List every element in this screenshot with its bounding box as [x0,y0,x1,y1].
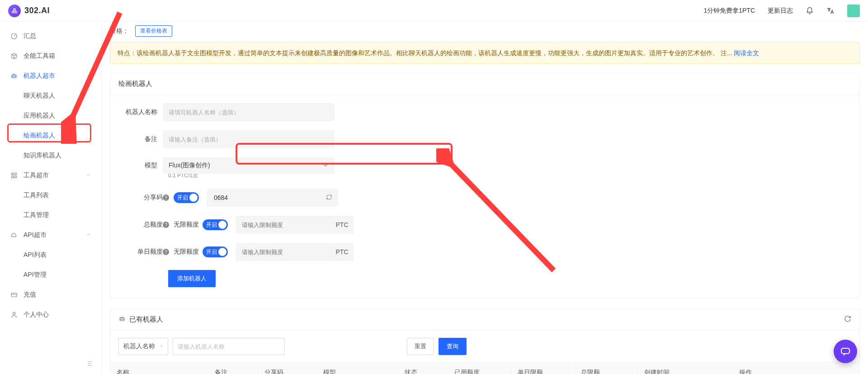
svg-point-12 [13,312,15,315]
unlimited-label: 无限额度 [174,221,199,229]
sidebar-item-label: 工具超市 [24,171,49,180]
cloud-icon [10,231,18,239]
col-share: 分享码 [258,363,317,374]
model-select-value: Flux(图像创作) [169,161,210,170]
sidebar-item-toolbox[interactable]: 全能工具箱 [0,46,101,66]
view-price-button[interactable]: 查看价格表 [135,25,172,37]
price-label: 价格： [110,27,129,35]
app-header: 302.AI 1分钟免费拿1PTC 更新日志 [0,0,868,22]
col-remark: 备注 [208,363,258,374]
total-unlimited-toggle[interactable]: 开启 [203,219,228,230]
unit-label: PTC [331,216,354,234]
gauge-icon [10,32,18,40]
sidebar-item-recharge[interactable]: 充值 [0,285,101,305]
share-code-display: 0684 [207,189,338,207]
translate-icon[interactable] [826,7,835,15]
col-status: 状态 [398,363,448,374]
add-robot-button[interactable]: 添加机器人 [168,270,216,287]
filter-input[interactable] [173,338,285,355]
panel-title: 已有机器人 [129,315,163,324]
sidebar-sub-kb-robot[interactable]: 知识库机器人 [0,146,101,166]
sidebar-item-label: 机器人超市 [24,72,55,80]
svg-point-14 [121,319,121,319]
table-header-row: 名称 备注 分享码 模型 状态 已用额度 单日限额 总限额 创建时间 操作 [110,363,859,374]
remark-input[interactable] [163,130,335,148]
sidebar-item-profile[interactable]: 个人中心 [0,305,101,325]
header-promo-link[interactable]: 1分钟免费拿1PTC [703,7,755,15]
reload-icon[interactable] [844,315,851,324]
card-icon [10,291,18,299]
share-code-value: 0684 [214,194,228,201]
read-more-link[interactable]: 阅读全文 [734,49,759,57]
help-icon[interactable]: ? [163,222,169,228]
col-ops: 操作 [733,363,859,374]
chevron-up-icon [86,172,91,179]
remark-label: 备注 [122,135,163,143]
daily-limit-input [236,243,331,261]
sidebar-item-label: API超市 [24,231,47,239]
sidebar-sub-chat-robot[interactable]: 聊天机器人 [0,86,101,106]
sidebar-item-label: 个人中心 [24,311,49,319]
share-toggle[interactable]: 开启 [174,192,199,203]
sidebar-collapse-button[interactable] [85,359,95,369]
sidebar-item-label: 充值 [24,291,36,299]
chevron-down-icon [159,343,164,350]
query-button[interactable]: 查询 [439,338,467,355]
name-label: 机器人名称 [122,108,163,116]
total-limit-input [236,216,331,234]
sidebar-sub-draw-robot[interactable]: 绘画机器人 [0,126,101,146]
robot-icon [118,315,126,324]
sidebar-sub-api-list[interactable]: API列表 [0,245,101,265]
grid-icon [10,171,18,180]
sidebar: 汇总 全能工具箱 机器人超市 聊天机器人 应用机器人 绘画机器人 知识库机器人 … [0,22,102,374]
col-name: 名称 [110,363,208,374]
alert-text: 特点：该绘画机器人基于文生图模型开发，通过简单的文本提示来创建极高质量的图像和艺… [118,49,734,57]
help-icon[interactable]: ? [163,249,169,255]
avatar[interactable] [847,5,860,17]
sidebar-sub-tool-mgmt[interactable]: 工具管理 [0,205,101,225]
feature-alert: 特点：该绘画机器人基于文生图模型开发，通过简单的文本提示来创建极高质量的图像和艺… [110,42,860,64]
svg-point-5 [13,76,13,76]
unlimited-label: 无限额度 [174,248,199,256]
help-icon[interactable]: ? [163,194,169,201]
refresh-icon[interactable] [326,194,332,202]
col-model: 模型 [317,363,398,374]
col-used: 已用额度 [448,363,511,374]
model-select[interactable]: Flux(图像创作) [163,157,335,174]
main-content: 价格： 查看价格表 特点：该绘画机器人基于文生图模型开发，通过简单的文本提示来创… [102,22,868,374]
existing-robots-panel: 已有机器人 机器人名称 重置 查询 名称 备注 分享码 模型 [110,308,860,374]
brand-logo-icon [8,5,21,17]
chevron-up-icon [86,72,91,80]
share-label: 分享码 [122,194,163,202]
robot-name-input[interactable] [163,103,335,121]
sidebar-sub-tool-list[interactable]: 工具列表 [0,185,101,205]
filter-field-select[interactable]: 机器人名称 [118,338,168,355]
svg-rect-10 [14,176,16,178]
bell-icon[interactable] [806,7,814,15]
panel-title: 绘画机器人 [110,73,859,95]
svg-rect-7 [12,173,14,175]
col-daily: 单日限额 [511,363,575,374]
reset-button[interactable]: 重置 [407,338,434,355]
create-robot-panel: 绘画机器人 机器人名称 备注 模型 Flux(图像创作) 0.1 [110,73,860,298]
chevron-down-icon [322,162,329,169]
total-label: 总额度 [122,221,163,229]
brand-logo[interactable]: 302.AI [8,5,50,17]
sidebar-sub-app-robot[interactable]: 应用机器人 [0,106,101,126]
robot-icon [10,72,18,80]
robots-table: 名称 备注 分享码 模型 状态 已用额度 单日限额 总限额 创建时间 操作 [110,362,859,374]
daily-unlimited-toggle[interactable]: 开启 [203,246,228,257]
sidebar-item-api-market[interactable]: API超市 [0,225,101,245]
sidebar-item-tool-market[interactable]: 工具超市 [0,166,101,185]
sidebar-item-label: 汇总 [24,32,36,40]
sidebar-sub-api-mgmt[interactable]: API管理 [0,265,101,285]
chat-support-button[interactable] [834,340,857,363]
sidebar-item-summary[interactable]: 汇总 [0,26,101,46]
svg-rect-8 [14,173,16,175]
model-label: 模型 [122,161,163,170]
user-icon [10,311,18,319]
header-changelog-link[interactable]: 更新日志 [768,7,793,15]
sidebar-item-robot-market[interactable]: 机器人超市 [0,66,101,86]
svg-point-6 [14,76,15,76]
col-created: 创建时间 [638,363,733,374]
